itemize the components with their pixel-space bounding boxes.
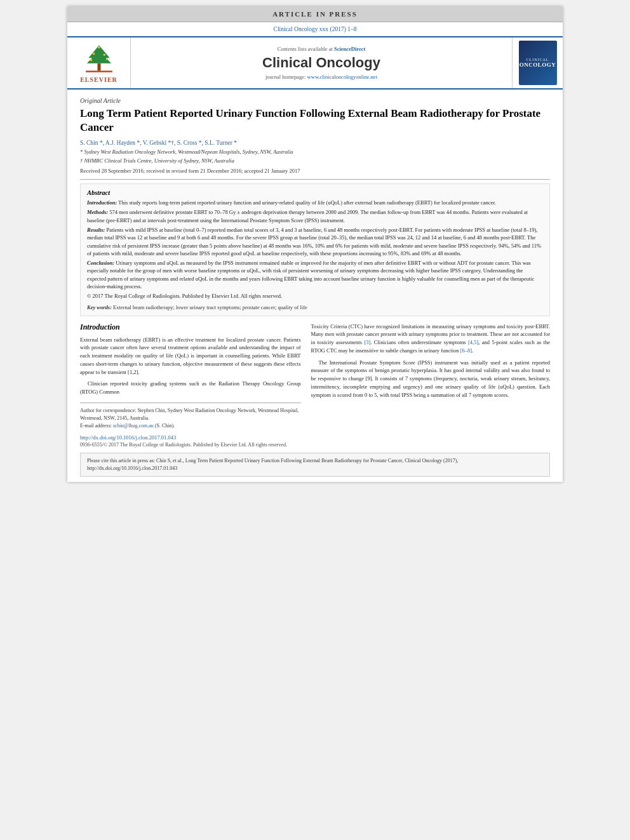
journal-ref-text: Clinical Oncology xxx (2017) 1–8 (274, 26, 357, 32)
aip-banner: ARTICLE IN PRESS (67, 6, 563, 22)
authors: S. Chin *, A.J. Hayden *, V. Gebski *†, … (80, 140, 550, 146)
keywords-text: External beam radiotherapy; lower urinar… (113, 304, 307, 310)
email-link[interactable]: schin@lhug.com.au (113, 423, 154, 429)
received-line: Received 28 September 2016; received in … (80, 168, 550, 174)
badge-oncology: ONCOLOGY (519, 62, 556, 68)
elsevier-logo-container: ELSEVIER (67, 37, 131, 88)
results-label: Results: (87, 227, 105, 233)
doi-line: http://dx.doi.org/10.1016/j.clon.2017.01… (80, 434, 301, 441)
intro-section-title: Introduction (80, 323, 301, 332)
main-content: Original Article Long Term Patient Repor… (67, 92, 563, 482)
svg-point-4 (93, 53, 95, 55)
homepage-url[interactable]: www.clinicaloncologyonline.net (307, 74, 377, 80)
citation-box: Please cite this article in press as: Ch… (80, 453, 550, 477)
intro-para2-right: Toxicity Criteria (CTC) have recognized … (311, 323, 550, 355)
abstract-text: Introduction: This study reports long-te… (87, 199, 543, 300)
ref45[interactable]: [4,5] (468, 339, 478, 345)
svg-rect-0 (86, 70, 112, 72)
svg-point-5 (103, 53, 105, 55)
footnote-email: E-mail address: schin@lhug.com.au (S. Ch… (80, 422, 301, 430)
elsevier-tree-icon (80, 43, 118, 75)
journal-title-part2: Oncology (316, 55, 380, 70)
conclusion-text: Urinary symptoms and uQoL as measured by… (87, 260, 535, 290)
elsevier-logo: ELSEVIER (80, 43, 118, 83)
left-column: Introduction External beam radiotherapy … (80, 323, 301, 448)
clinical-oncology-badge: CLINICAL ONCOLOGY (519, 41, 557, 85)
affiliation2: † NHMRC Clinical Trials Centre, Universi… (80, 157, 550, 165)
intro-body-right: Toxicity Criteria (CTC) have recognized … (311, 323, 550, 399)
homepage-label: journal homepage: (265, 74, 306, 80)
journal-ref: Clinical Oncology xxx (2017) 1–8 (67, 22, 563, 34)
journal-title: Clinical Oncology (262, 55, 380, 71)
footnote-author: Author for correspondence: Stephen Chin,… (80, 407, 301, 422)
intro-label: Introduction: (87, 199, 117, 206)
affiliation1: * Sydney West Radiation Oncology Network… (80, 149, 550, 156)
journal-title-part1: Clinical (262, 55, 316, 70)
abstract-results: Results: Patients with mild IPSS at base… (87, 226, 543, 257)
intro-body-left: External beam radiotherapy (EBRT) is an … (80, 336, 301, 396)
abstract-title: Abstract (87, 189, 543, 196)
journal-center: Contents lists available at ScienceDirec… (131, 37, 512, 88)
citation-label: Please cite this article in press as: (87, 458, 155, 463)
sciencedirect-label: Contents lists available at (278, 46, 333, 52)
ref3[interactable]: [3] (364, 339, 370, 345)
sciencedirect-link[interactable]: ScienceDirect (334, 46, 365, 52)
footnote-area: Author for correspondence: Stephen Chin,… (80, 403, 301, 430)
homepage-line: journal homepage: www.clinicaloncologyon… (265, 74, 377, 80)
abstract-section: Abstract Introduction: This study report… (80, 183, 550, 316)
divider1 (80, 179, 550, 180)
sciencedirect-line: Contents lists available at ScienceDirec… (278, 46, 366, 52)
intro-text: This study reports long-term patient rep… (118, 199, 496, 206)
elsevier-text: ELSEVIER (80, 76, 117, 83)
article-title: Long Term Patient Reported Urinary Funct… (80, 107, 550, 135)
email-label: E-mail address: (80, 423, 112, 429)
methods-text: 574 men underwent definitive prostate EB… (87, 209, 528, 223)
abstract-conclusion: Conclusion: Urinary symptoms and uQoL as… (87, 259, 543, 290)
svg-point-6 (90, 59, 91, 61)
page: ARTICLE IN PRESS Clinical Oncology xxx (… (67, 6, 563, 482)
ref68[interactable]: [6–8] (460, 347, 472, 354)
methods-label: Methods: (87, 209, 108, 215)
keywords: Key words: External beam radiotherapy; l… (87, 304, 543, 310)
abstract-copyright: © 2017 The Royal College of Radiologists… (87, 292, 543, 300)
journal-header: ELSEVIER Contents lists available at Sci… (67, 36, 563, 90)
keywords-label: Key words: (87, 304, 112, 310)
svg-point-8 (98, 46, 100, 48)
two-column-section: Introduction External beam radiotherapy … (80, 323, 550, 448)
intro-para2-left: Clinician reported toxicity grading syst… (80, 380, 301, 396)
svg-rect-1 (97, 63, 100, 70)
intro-para3: The International Prostate Symptom Score… (311, 359, 550, 399)
doi-link[interactable]: http://dx.doi.org/10.1016/j.clon.2017.01… (80, 434, 176, 441)
conclusion-label: Conclusion: (87, 260, 114, 266)
svg-point-7 (105, 58, 107, 60)
right-column: Toxicity Criteria (CTC) have recognized … (311, 323, 550, 448)
abstract-methods: Methods: 574 men underwent definitive pr… (87, 208, 543, 224)
abstract-intro: Introduction: This study reports long-te… (87, 199, 543, 206)
aip-text: ARTICLE IN PRESS (272, 10, 358, 18)
journal-logo-right: CLINICAL ONCOLOGY (512, 37, 563, 88)
email-note: (S. Chin). (155, 423, 175, 429)
results-text: Patients with mild IPSS at baseline (tot… (87, 227, 541, 257)
article-type: Original Article (80, 97, 550, 104)
intro-para1: External beam radiotherapy (EBRT) is an … (80, 336, 301, 377)
copyright-footer: 0936-6555/© 2017 The Royal College of Ra… (80, 442, 301, 448)
